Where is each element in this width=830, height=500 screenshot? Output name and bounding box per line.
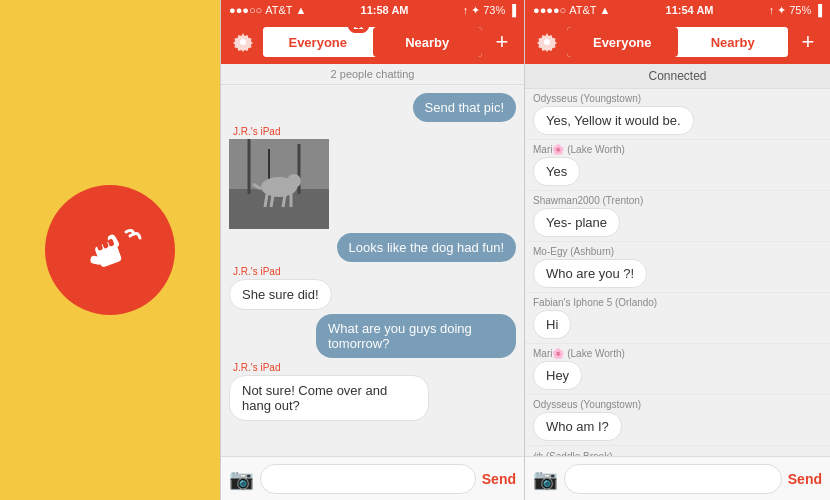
msg-sender: J.R.'s iPad: [233, 362, 516, 373]
right-nearby-tab[interactable]: Nearby: [678, 27, 789, 57]
list-item: Not sure! Come over and hang out?: [229, 375, 429, 421]
middle-input-bar: 📷 Send: [221, 456, 524, 500]
list-item: Looks like the dog had fun!: [337, 233, 516, 262]
right-message-input[interactable]: [564, 464, 782, 494]
feed-text: Yes, Yellow it would be.: [546, 113, 681, 128]
right-input-bar: 📷 Send: [525, 456, 830, 500]
feed-text: Who am I?: [546, 419, 609, 434]
feed-text: Hey: [546, 368, 569, 383]
table-row: 仲 (Saddle Brook) hi: [525, 446, 830, 456]
svg-line-14: [265, 194, 267, 207]
table-row: Shawman2000 (Trenton) Yes- plane: [525, 191, 830, 242]
feed-text: Hi: [546, 317, 558, 332]
list-item: Yes- plane: [533, 208, 620, 237]
table-row: J.R.'s iPad She sure did!: [229, 266, 516, 310]
right-battery: 75%: [789, 4, 811, 16]
middle-everyone-tab[interactable]: Everyone 21: [263, 27, 373, 57]
middle-tab-group: Everyone 21 Nearby: [263, 27, 482, 57]
svg-line-16: [283, 195, 285, 207]
table-row: Send that pic!: [229, 93, 516, 122]
middle-gps: ↑: [463, 4, 469, 16]
table-row: Mari🌸 (Lake Worth) Yes: [525, 140, 830, 191]
right-battery-icon: ▐: [814, 4, 822, 16]
svg-line-15: [271, 195, 273, 207]
table-row: Looks like the dog had fun!: [229, 233, 516, 262]
right-time: 11:54 AM: [666, 4, 714, 16]
middle-battery-icon: ▐: [508, 4, 516, 16]
right-connected-text: Connected: [648, 69, 706, 83]
msg-sender: J.R.'s iPad: [233, 126, 516, 137]
feed-sender: Odysseus (Youngstown): [533, 93, 822, 104]
middle-bluetooth: ✦: [471, 4, 480, 17]
svg-point-13: [287, 174, 301, 188]
table-row: Odysseus (Youngstown) Yes, Yellow it wou…: [525, 89, 830, 140]
list-item: What are you guys doing tomorrow?: [316, 314, 516, 358]
table-row: Mari🌸 (Lake Worth) Hey: [525, 344, 830, 395]
msg-text: Looks like the dog had fun!: [349, 240, 504, 255]
list-item: Yes, Yellow it would be.: [533, 106, 694, 135]
right-everyone-tab[interactable]: Everyone: [567, 27, 678, 57]
middle-plus-button[interactable]: +: [488, 28, 516, 56]
middle-plus-icon: +: [496, 29, 509, 55]
list-item: Who am I?: [533, 412, 622, 441]
middle-status-right: ↑ ✦ 73% ▐: [463, 4, 516, 17]
right-status-right: ↑ ✦ 75% ▐: [769, 4, 822, 17]
right-bluetooth: ✦: [777, 4, 786, 17]
middle-chat-status-text: 2 people chatting: [331, 68, 415, 80]
feed-text: Yes: [546, 164, 567, 179]
right-gps: ↑: [769, 4, 775, 16]
middle-nearby-tab[interactable]: Nearby: [373, 27, 483, 57]
msg-text: She sure did!: [242, 287, 319, 302]
right-wifi: ▲: [600, 4, 611, 16]
list-item: Hi: [533, 310, 571, 339]
right-everyone-label: Everyone: [593, 35, 652, 50]
list-item: Who are you ?!: [533, 259, 647, 288]
list-item: Yes: [533, 157, 580, 186]
middle-everyone-label: Everyone: [288, 35, 347, 50]
right-connected-bar: Connected: [525, 64, 830, 89]
feed-sender: Shawman2000 (Trenton): [533, 195, 822, 206]
right-send-button[interactable]: Send: [788, 471, 822, 487]
list-item: Send that pic!: [413, 93, 517, 122]
feed-sender: Mo-Egy (Ashburn): [533, 246, 822, 257]
middle-nearby-label: Nearby: [405, 35, 449, 50]
right-carrier: AT&T: [569, 4, 596, 16]
middle-signal: ●●●○○: [229, 4, 262, 16]
right-status-bar: ●●●●○ AT&T ▲ 11:54 AM ↑ ✦ 75% ▐: [525, 0, 830, 20]
table-row: J.R.'s iPad: [229, 126, 516, 229]
table-row: Fabian's Iphone 5 (Orlando) Hi: [525, 293, 830, 344]
middle-chat-status: 2 people chatting: [221, 64, 524, 85]
table-row: Mo-Egy (Ashburn) Who are you ?!: [525, 242, 830, 293]
hand-wave-icon: [74, 214, 146, 286]
left-panel: [0, 0, 220, 500]
middle-badge: 21: [348, 27, 368, 33]
feed-text: Yes- plane: [546, 215, 607, 230]
middle-status-bar: ●●●○○ AT&T ▲ 11:58 AM ↑ ✦ 73% ▐: [221, 0, 524, 20]
right-camera-button[interactable]: 📷: [533, 467, 558, 491]
middle-gear-button[interactable]: [229, 28, 257, 56]
msg-text: Not sure! Come over and hang out?: [242, 383, 387, 413]
table-row: J.R.'s iPad Not sure! Come over and hang…: [229, 362, 516, 421]
middle-battery: 73%: [483, 4, 505, 16]
middle-carrier: AT&T: [265, 4, 292, 16]
right-plus-icon: +: [802, 29, 815, 55]
feed-sender: Fabian's Iphone 5 (Orlando): [533, 297, 822, 308]
right-nearby-label: Nearby: [711, 35, 755, 50]
msg-sender: J.R.'s iPad: [233, 266, 516, 277]
right-feed-area[interactable]: Odysseus (Youngstown) Yes, Yellow it wou…: [525, 89, 830, 456]
middle-send-button[interactable]: Send: [482, 471, 516, 487]
middle-chat-area[interactable]: Send that pic! J.R.'s iPad: [221, 85, 524, 456]
middle-time: 11:58 AM: [361, 4, 409, 16]
msg-text: Send that pic!: [425, 100, 505, 115]
right-gear-button[interactable]: [533, 28, 561, 56]
camera-button[interactable]: 📷: [229, 467, 254, 491]
list-item: She sure did!: [229, 279, 332, 310]
right-plus-button[interactable]: +: [794, 28, 822, 56]
feed-sender: Mari🌸 (Lake Worth): [533, 348, 822, 359]
app-icon: [45, 185, 175, 315]
middle-phone-screen: ●●●○○ AT&T ▲ 11:58 AM ↑ ✦ 73% ▐ Everyone…: [220, 0, 525, 500]
right-signal: ●●●●○: [533, 4, 566, 16]
middle-message-input[interactable]: [260, 464, 476, 494]
middle-status-left: ●●●○○ AT&T ▲: [229, 4, 306, 16]
right-status-left: ●●●●○ AT&T ▲: [533, 4, 610, 16]
